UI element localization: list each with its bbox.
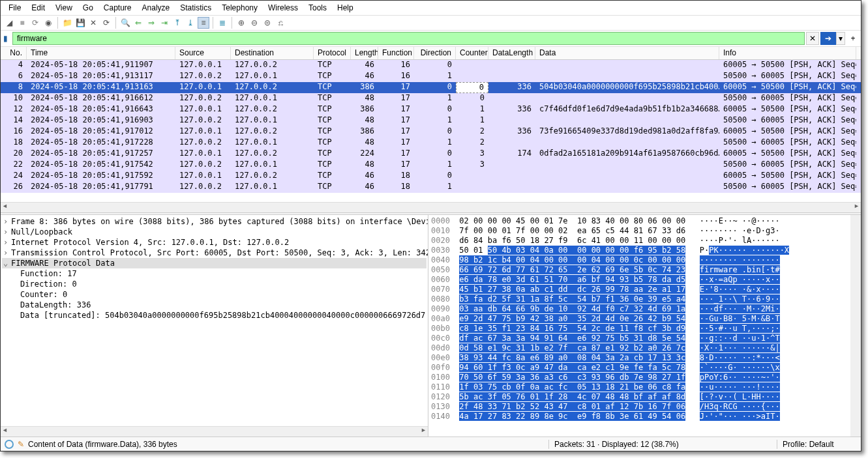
packet-row[interactable]: 42024-05-18 20:05:41,911907127.0.0.1127.… xyxy=(1,60,861,71)
tree-node[interactable]: ⌄FIRMWARE Protocol Data xyxy=(2,258,427,268)
goto-first-icon[interactable]: ⤒ xyxy=(172,17,183,29)
packet-row[interactable]: 262024-05-18 20:05:41,917791127.0.0.2127… xyxy=(1,182,861,193)
column-header[interactable]: Function xyxy=(378,47,414,59)
menu-tools[interactable]: Tools xyxy=(303,2,332,14)
tree-leaf[interactable]: Direction: 0 xyxy=(2,279,427,289)
hex-line[interactable]: 00e0 38 93 44 fc 8a e6 89 a0 08 04 3a 2a… xyxy=(431,353,858,363)
hex-line[interactable]: 00b0 c8 1e 35 f1 23 84 16 75 54 2c de 11… xyxy=(431,324,858,334)
packet-row[interactable]: 82024-05-18 20:05:41,913163127.0.0.1127.… xyxy=(1,82,861,93)
tree-leaf[interactable]: Counter: 0 xyxy=(2,289,427,300)
open-icon[interactable]: 📁 xyxy=(61,17,73,29)
expert-info-icon[interactable] xyxy=(5,440,14,449)
packet-list-header[interactable]: No.TimeSourceDestinationProtocolLengthFu… xyxy=(1,47,861,60)
close-icon[interactable]: ✕ xyxy=(87,17,99,29)
resize-cols-icon[interactable]: ⎌ xyxy=(275,17,286,29)
restart-capture-icon[interactable]: ⟳ xyxy=(29,17,41,29)
menu-go[interactable]: Go xyxy=(78,2,98,14)
menu-capture[interactable]: Capture xyxy=(98,2,137,14)
menu-edit[interactable]: Edit xyxy=(26,2,50,14)
autoscroll-icon[interactable]: ≡ xyxy=(198,17,209,29)
tree-node[interactable]: ›Null/Loopback xyxy=(2,227,427,237)
edit-icon[interactable]: ✎ xyxy=(18,440,24,449)
hex-line[interactable]: 0010 7f 00 00 01 7f 00 00 02 ea 65 c5 44… xyxy=(431,226,858,236)
hex-line[interactable]: 0090 03 aa db 64 66 9b de 10 92 4d f0 c7… xyxy=(431,304,858,314)
tree-leaf[interactable]: Function: 17 xyxy=(2,268,427,279)
bookmark-icon[interactable]: ▮ xyxy=(3,34,11,43)
column-header[interactable]: DataLength xyxy=(488,47,535,59)
column-header[interactable]: Protocol xyxy=(314,47,351,59)
hex-line[interactable]: 0050 66 69 72 6d 77 61 72 65 2e 62 69 6e… xyxy=(431,265,858,275)
tree-leaf[interactable]: Data [truncated]: 504b03040a0000000000f6… xyxy=(2,310,427,321)
menu-telephony[interactable]: Telephony xyxy=(217,2,263,14)
start-capture-icon[interactable]: ◢ xyxy=(3,17,15,29)
stop-capture-icon[interactable]: ■ xyxy=(16,17,28,29)
column-header[interactable]: Destination xyxy=(231,47,314,59)
tree-leaf[interactable]: DataLength: 336 xyxy=(2,300,427,310)
packet-row[interactable]: 62024-05-18 20:05:41,913117127.0.0.2127.… xyxy=(1,71,861,82)
packet-list-hscrollbar[interactable] xyxy=(1,202,861,212)
tree-node[interactable]: ›Internet Protocol Version 4, Src: 127.0… xyxy=(2,237,427,248)
details-hscrollbar[interactable] xyxy=(1,426,428,437)
prev-icon[interactable]: ⇐ xyxy=(132,17,144,29)
packet-row[interactable]: 122024-05-18 20:05:41,916643127.0.0.1127… xyxy=(1,104,861,115)
column-header[interactable]: Length xyxy=(351,47,378,59)
hex-line[interactable]: 0080 b3 fa d2 5f 31 1a 8f 5c 54 b7 f1 36… xyxy=(431,294,858,304)
tree-node[interactable]: ›Transmission Control Protocol, Src Port… xyxy=(2,248,427,258)
hex-line[interactable]: 0140 4a 17 27 83 22 89 8e 9c e9 f8 8b 3e… xyxy=(431,412,858,422)
hex-line[interactable]: 0130 2f 48 33 71 b2 52 43 47 c8 01 af 12… xyxy=(431,402,858,412)
apply-filter-icon[interactable]: ➔ xyxy=(820,32,836,45)
menu-help[interactable]: Help xyxy=(332,2,359,14)
next-icon[interactable]: ⇒ xyxy=(145,17,157,29)
reload-icon[interactable]: ⟳ xyxy=(100,17,112,29)
hex-line[interactable]: 0030 50 01 50 4b 03 04 0a 00 00 00 00 00… xyxy=(431,246,858,255)
display-filter-input[interactable] xyxy=(12,32,805,45)
packet-row[interactable]: 142024-05-18 20:05:41,916903127.0.0.2127… xyxy=(1,115,861,126)
packet-row[interactable]: 202024-05-18 20:05:41,917257127.0.0.1127… xyxy=(1,149,861,160)
menu-view[interactable]: View xyxy=(50,2,78,14)
menu-wireless[interactable]: Wireless xyxy=(263,2,303,14)
hex-line[interactable]: 0120 5b ac 3f 05 76 01 1f 28 4c 07 48 48… xyxy=(431,392,858,402)
hex-line[interactable]: 0100 70 50 6f 59 3a 36 a3 c6 c3 93 96 db… xyxy=(431,373,858,382)
packet-row[interactable]: 102024-05-18 20:05:41,916612127.0.0.2127… xyxy=(1,93,861,104)
filter-history-icon[interactable]: ▾ xyxy=(836,32,845,45)
column-header[interactable]: Direction xyxy=(414,47,456,59)
clear-filter-icon[interactable]: ✕ xyxy=(806,32,819,45)
hex-line[interactable]: 0060 e6 da 78 e0 3d 61 51 70 a6 bf 94 93… xyxy=(431,275,858,285)
packet-row[interactable]: 222024-05-18 20:05:41,917542127.0.0.2127… xyxy=(1,160,861,171)
hex-line[interactable]: 0000 02 00 00 00 45 00 01 7e 10 83 40 00… xyxy=(431,216,858,226)
bytes-vscrollbar[interactable] xyxy=(850,215,861,437)
hex-line[interactable]: 0070 45 b1 27 38 0a ab c1 dd dc 26 99 78… xyxy=(431,285,858,294)
column-header[interactable]: No. xyxy=(1,47,27,59)
hex-line[interactable]: 0020 d6 84 ba f6 50 18 27 f9 6c 41 00 00… xyxy=(431,236,858,246)
tree-node[interactable]: ›Frame 8: 386 bytes on wire (3088 bits),… xyxy=(2,216,427,227)
column-header[interactable]: Info xyxy=(719,47,856,59)
column-header[interactable]: Source xyxy=(175,47,231,59)
packet-bytes-pane: 0000 02 00 00 00 45 00 01 7e 10 83 40 00… xyxy=(428,215,861,437)
menu-analyze[interactable]: Analyze xyxy=(137,2,175,14)
hex-line[interactable]: 00d0 0d 58 e1 9c 31 1b e2 7f ca 87 e1 92… xyxy=(431,343,858,353)
menu-statistics[interactable]: Statistics xyxy=(175,2,217,14)
find-icon[interactable]: 🔍 xyxy=(119,17,131,29)
column-header[interactable]: Time xyxy=(27,47,175,59)
column-header[interactable]: Data xyxy=(535,47,719,59)
hex-line[interactable]: 00a0 e9 2d 47 75 b9 42 38 a0 35 2d 4d 0e… xyxy=(431,314,858,324)
packet-row[interactable]: 182024-05-18 20:05:41,917228127.0.0.2127… xyxy=(1,137,861,149)
goto-last-icon[interactable]: ⤓ xyxy=(185,17,196,29)
hex-line[interactable]: 00f0 94 60 1f f3 0c a9 47 da ca e2 c1 9e… xyxy=(431,363,858,373)
hex-line[interactable]: 0110 1f 03 75 cb 0f 0a ac fc 05 13 18 21… xyxy=(431,382,858,392)
menu-file[interactable]: File xyxy=(3,2,26,14)
colorize-icon[interactable]: ≣ xyxy=(217,17,228,29)
hex-line[interactable]: 0040 98 b2 1c b4 00 04 00 00 00 04 00 00… xyxy=(431,255,858,265)
status-profile[interactable]: Profile: Default xyxy=(777,440,861,449)
jump-icon[interactable]: ⇥ xyxy=(158,17,170,29)
add-filter-icon[interactable]: + xyxy=(848,34,858,43)
zoom-out-icon[interactable]: ⊖ xyxy=(248,17,260,29)
packet-row[interactable]: 162024-05-18 20:05:41,917012127.0.0.1127… xyxy=(1,126,861,137)
column-header[interactable]: Counter xyxy=(456,47,488,59)
save-icon[interactable]: 💾 xyxy=(74,17,86,29)
zoom-in-icon[interactable]: ⊕ xyxy=(235,17,247,29)
hex-line[interactable]: 00c0 df ac 67 3a 3a 94 91 64 e6 92 75 b5… xyxy=(431,334,858,343)
packet-row[interactable]: 242024-05-18 20:05:41,917592127.0.0.1127… xyxy=(1,171,861,182)
zoom-reset-icon[interactable]: ⊜ xyxy=(262,17,273,29)
options-icon[interactable]: ◉ xyxy=(42,17,54,29)
